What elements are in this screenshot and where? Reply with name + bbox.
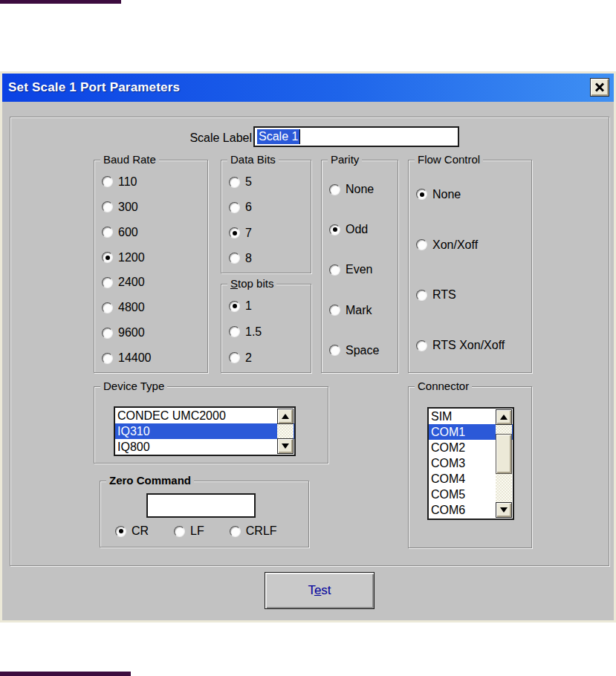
radio-baud-110[interactable]: 110 (102, 175, 207, 189)
radio-icon (329, 305, 340, 316)
radio-icon (230, 526, 241, 537)
radio-baud-4800[interactable]: 4800 (102, 301, 207, 314)
scrollbar-thumb[interactable] (496, 434, 512, 474)
data-bits-options: 5 6 7 8 (221, 169, 311, 271)
radio-databits-8[interactable]: 8 (229, 252, 311, 265)
radio-flow-none[interactable]: None (416, 188, 531, 201)
group-stop-bits: Stop bits 1 1.5 2 (221, 284, 311, 373)
dialog-body: Scale Label Scale 1 Baud Rate 110 300 60… (2, 102, 614, 620)
group-zero-command: Zero Command CR LF CRLF (100, 481, 309, 547)
radio-icon (102, 302, 113, 313)
titlebar[interactable]: Set Scale 1 Port Parameters (2, 74, 614, 102)
radio-parity-even[interactable]: Even (329, 263, 398, 276)
page: Set Scale 1 Port Parameters Scale Label … (0, 0, 616, 676)
device-type-scrollbar[interactable] (277, 409, 294, 454)
scroll-up-button[interactable] (496, 409, 512, 425)
group-connector-title: Connector (415, 380, 472, 392)
group-baud-rate-title: Baud Rate (100, 153, 159, 166)
radio-databits-6[interactable]: 6 (229, 201, 311, 214)
radio-baud-14400[interactable]: 14400 (102, 351, 207, 365)
radio-stopbits-2[interactable]: 2 (229, 351, 311, 365)
radio-icon (229, 352, 240, 363)
top-rule-fragment (0, 0, 121, 4)
zero-command-options: CR LF CRLF (100, 524, 308, 538)
radio-icon (102, 353, 113, 364)
radio-baud-1200[interactable]: 1200 (102, 251, 207, 264)
group-connector: Connector SIM COM1 COM2 COM3 COM4 COM5 C… (408, 386, 532, 548)
group-data-bits-title: Data Bits (227, 153, 279, 166)
radio-icon-checked (416, 189, 427, 200)
group-flow-control-title: Flow Control (415, 153, 483, 166)
baud-rate-options: 110 300 600 1200 2400 4800 9600 14400 (94, 169, 207, 371)
radio-databits-7[interactable]: 7 (229, 227, 311, 240)
group-flow-control: Flow Control None Xon/Xoff RTS RTS Xon/X… (408, 160, 532, 373)
scroll-down-icon (500, 507, 508, 513)
radio-flow-xonxoff[interactable]: Xon/Xoff (416, 238, 531, 252)
close-button[interactable] (590, 78, 609, 97)
scroll-up-icon (282, 414, 289, 419)
radio-icon (102, 227, 113, 238)
radio-zero-lf[interactable]: LF (174, 524, 204, 538)
list-item-condec-umc2000[interactable]: CONDEC UMC2000 (115, 408, 294, 423)
radio-zero-crlf[interactable]: CRLF (230, 524, 277, 538)
device-type-listbox[interactable]: CONDEC UMC2000 IQ310 IQ800 (114, 406, 296, 456)
scroll-up-button[interactable] (277, 409, 294, 424)
radio-zero-cr[interactable]: CR (115, 524, 149, 538)
group-parity: Parity None Odd Even Mark Space (321, 160, 398, 373)
parity-options: None Odd Even Mark Space (322, 169, 398, 371)
connector-scrollbar[interactable] (496, 409, 512, 518)
test-button-label: Test (308, 583, 331, 598)
group-baud-rate: Baud Rate 110 300 600 1200 2400 4800 960… (94, 160, 208, 373)
dialog-panel: Scale Label Scale 1 Baud Rate 110 300 60… (10, 117, 609, 566)
scale-label-input[interactable]: Scale 1 (253, 126, 459, 147)
radio-parity-mark[interactable]: Mark (329, 304, 398, 317)
dialog-window: Set Scale 1 Port Parameters Scale Label … (0, 71, 616, 623)
radio-baud-300[interactable]: 300 (102, 201, 207, 214)
radio-baud-9600[interactable]: 9600 (102, 326, 207, 339)
window-title: Set Scale 1 Port Parameters (8, 80, 180, 95)
list-item-iq800[interactable]: IQ800 (115, 439, 294, 455)
group-data-bits: Data Bits 5 6 7 8 (221, 160, 311, 273)
scroll-down-button[interactable] (496, 502, 512, 518)
radio-flow-rts[interactable]: RTS (416, 288, 531, 302)
radio-icon (102, 201, 113, 212)
scale-label-text: Scale Label (100, 131, 252, 145)
radio-icon (416, 340, 427, 351)
radio-icon (229, 177, 240, 188)
radio-icon (229, 253, 240, 264)
flow-control-options: None Xon/Xoff RTS RTS Xon/Xoff (409, 169, 531, 371)
radio-icon (229, 202, 240, 213)
radio-stopbits-1[interactable]: 1 (229, 299, 311, 313)
radio-baud-2400[interactable]: 2400 (102, 276, 207, 289)
radio-icon (329, 345, 340, 356)
connector-listbox[interactable]: SIM COM1 COM2 COM3 COM4 COM5 COM6 (427, 407, 514, 520)
scroll-down-button[interactable] (277, 438, 294, 454)
radio-icon (416, 290, 427, 301)
radio-flow-rts-xonxoff[interactable]: RTS Xon/Xoff (416, 339, 531, 352)
scroll-down-icon (282, 443, 289, 449)
radio-baud-600[interactable]: 600 (102, 226, 207, 239)
radio-stopbits-1-5[interactable]: 1.5 (229, 325, 311, 339)
radio-icon (102, 176, 113, 187)
radio-icon (229, 326, 240, 337)
group-device-type: Device Type CONDEC UMC2000 IQ310 IQ800 (94, 386, 328, 464)
radio-icon-checked (229, 227, 240, 238)
radio-icon (174, 526, 185, 537)
group-device-type-title: Device Type (100, 380, 167, 392)
radio-parity-none[interactable]: None (329, 183, 398, 196)
radio-parity-space[interactable]: Space (329, 344, 398, 357)
radio-icon-checked (102, 252, 113, 263)
radio-icon-checked (115, 526, 126, 537)
test-button[interactable]: Test (265, 572, 375, 609)
radio-databits-5[interactable]: 5 (229, 175, 311, 189)
list-item-iq310[interactable]: IQ310 (115, 423, 294, 439)
radio-icon-checked (329, 224, 340, 235)
close-icon (594, 82, 605, 93)
radio-icon (102, 328, 113, 339)
zero-command-input[interactable] (146, 493, 256, 518)
radio-parity-odd[interactable]: Odd (329, 223, 398, 236)
radio-icon (102, 277, 113, 288)
bottom-rule-fragment (0, 672, 131, 676)
radio-icon (329, 264, 340, 276)
scroll-up-icon (500, 415, 508, 420)
